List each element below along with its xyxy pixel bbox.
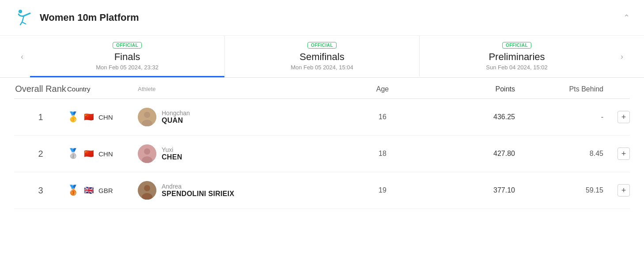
tab-preliminaries-date: Sun Feb 04 2024, 15:02 xyxy=(486,64,548,71)
tab-finals[interactable]: OFFICIAL Finals Mon Feb 05 2024, 23:32 xyxy=(30,36,224,77)
svg-point-0 xyxy=(19,10,22,13)
rank-number: 1 xyxy=(38,112,43,122)
athlete-first-2: Yuxi xyxy=(162,146,182,153)
expand-action-3: + xyxy=(603,184,630,197)
athlete-name-block-2: Yuxi CHEN xyxy=(162,146,182,161)
points-1: 436.25 xyxy=(427,113,515,121)
results-table: Overall Rank Country Athlete Age Points … xyxy=(0,78,644,209)
silver-medal-icon: 🥈 xyxy=(67,148,79,159)
athlete-name-block-1: Hongchan QUAN xyxy=(162,110,190,125)
athlete-first-1: Hongchan xyxy=(162,110,190,117)
tab-finals-badge: OFFICIAL xyxy=(113,42,142,49)
points-2: 427.80 xyxy=(427,150,515,158)
age-2: 18 xyxy=(338,150,427,158)
flag-gbr: 🇬🇧 xyxy=(83,184,95,197)
country-2: 🥈 🇨🇳 CHN xyxy=(67,148,138,160)
rank-number: 2 xyxy=(38,149,43,159)
flag-chn-1: 🇨🇳 xyxy=(83,111,95,123)
pts-behind-3: 59.15 xyxy=(515,186,603,194)
col-header-country: Country xyxy=(67,84,138,94)
expand-action-1: + xyxy=(603,111,630,123)
athlete-name-block-3: Andrea SPENDOLINI SIRIEIX xyxy=(162,183,235,198)
col-header-pts-behind: Pts Behind xyxy=(515,84,603,94)
athlete-3: Andrea SPENDOLINI SIRIEIX xyxy=(138,181,338,200)
athlete-2: Yuxi CHEN xyxy=(138,144,338,163)
tab-semifinals-name: Semifinals xyxy=(299,51,344,63)
col-header-athlete: Athlete xyxy=(138,84,338,94)
diving-icon xyxy=(14,8,34,27)
next-tab-button[interactable]: › xyxy=(614,36,630,77)
col-header-age: Age xyxy=(338,84,427,94)
expand-button-1[interactable]: + xyxy=(617,111,630,123)
gold-medal-icon: 🥇 xyxy=(67,111,79,123)
table-row: 3 🥉 🇬🇧 GBR Andrea SPENDOLINI SIRIEIX xyxy=(14,172,630,209)
athlete-1: Hongchan QUAN xyxy=(138,108,338,126)
col-header-points: Points xyxy=(427,84,515,94)
tab-finals-name: Finals xyxy=(114,51,140,63)
avatar-2 xyxy=(138,144,156,163)
collapse-button[interactable]: ⌃ xyxy=(623,13,630,23)
avatar-1 xyxy=(138,108,156,126)
tabs-container: OFFICIAL Finals Mon Feb 05 2024, 23:32 O… xyxy=(30,36,614,77)
points-3: 377.10 xyxy=(427,186,515,194)
athlete-last-1: QUAN xyxy=(162,117,190,125)
avatar-3 xyxy=(138,181,156,200)
table-header: Overall Rank Country Athlete Age Points … xyxy=(14,78,630,99)
expand-action-2: + xyxy=(603,148,630,160)
svg-point-8 xyxy=(144,185,150,191)
svg-point-5 xyxy=(144,148,150,155)
prev-tab-button[interactable]: ‹ xyxy=(14,36,30,77)
expand-button-2[interactable]: + xyxy=(617,148,630,160)
tab-semifinals[interactable]: OFFICIAL Semifinals Mon Feb 05 2024, 15:… xyxy=(224,36,419,77)
athlete-last-3: SPENDOLINI SIRIEIX xyxy=(162,190,235,198)
tab-finals-date: Mon Feb 05 2024, 23:32 xyxy=(96,64,159,71)
col-header-rank: Overall Rank xyxy=(14,84,67,94)
svg-point-2 xyxy=(144,112,150,118)
bronze-medal-icon: 🥉 xyxy=(67,185,79,196)
expand-button-3[interactable]: + xyxy=(617,184,630,197)
sport-title: Women 10m Platform xyxy=(40,12,139,23)
rank-number: 3 xyxy=(38,185,43,196)
tab-semifinals-badge: OFFICIAL xyxy=(307,42,337,49)
athlete-first-3: Andrea xyxy=(162,183,235,190)
country-code-3: GBR xyxy=(98,187,113,194)
tab-preliminaries-name: Preliminaries xyxy=(489,51,545,63)
table-row: 1 🥇 🇨🇳 CHN Hongchan QUAN xyxy=(14,99,630,136)
sport-header: Women 10m Platform ⌃ xyxy=(0,0,644,36)
rank-2: 2 xyxy=(14,149,67,159)
rank-1: 1 xyxy=(14,112,67,122)
flag-chn-2: 🇨🇳 xyxy=(83,148,95,160)
tab-preliminaries-badge: OFFICIAL xyxy=(502,42,531,49)
tab-preliminaries[interactable]: OFFICIAL Preliminaries Sun Feb 04 2024, … xyxy=(419,36,614,77)
rank-3: 3 xyxy=(14,185,67,196)
country-1: 🥇 🇨🇳 CHN xyxy=(67,111,138,123)
age-3: 19 xyxy=(338,186,427,194)
col-header-action xyxy=(603,84,630,94)
athlete-last-2: CHEN xyxy=(162,153,182,161)
table-row: 2 🥈 🇨🇳 CHN Yuxi CHEN xyxy=(14,136,630,172)
sport-header-left: Women 10m Platform xyxy=(14,8,139,27)
country-code-2: CHN xyxy=(98,150,113,158)
tab-semifinals-date: Mon Feb 05 2024, 15:04 xyxy=(291,64,353,71)
country-code-1: CHN xyxy=(98,113,113,121)
age-1: 16 xyxy=(338,113,427,121)
country-3: 🥉 🇬🇧 GBR xyxy=(67,184,138,197)
pts-behind-2: 8.45 xyxy=(515,150,603,158)
pts-behind-1: - xyxy=(515,113,603,121)
tabs-wrapper: ‹ OFFICIAL Finals Mon Feb 05 2024, 23:32… xyxy=(0,36,644,78)
